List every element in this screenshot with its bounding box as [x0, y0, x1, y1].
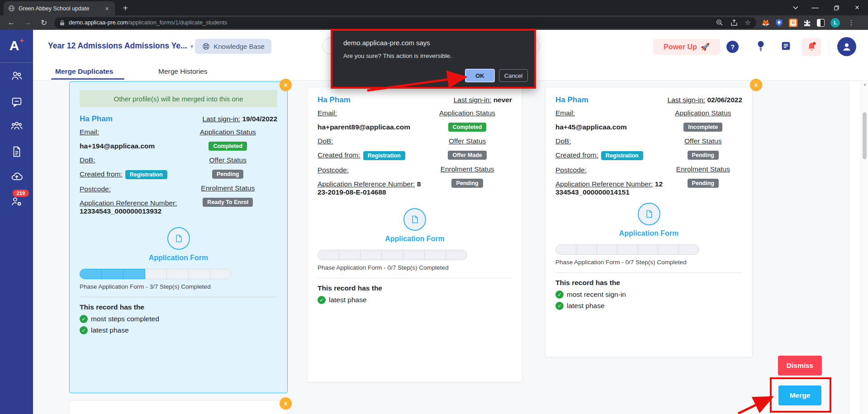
- app-logo[interactable]: A+: [0, 38, 33, 53]
- metamask-extension-icon[interactable]: 🦊: [762, 19, 769, 26]
- application-form-icon[interactable]: [403, 208, 426, 231]
- app-ref-label: Application Reference Number:: [318, 180, 415, 188]
- url-path: /application_forms/1/duplicate_students: [128, 19, 228, 26]
- duplicate-card-3: Ha Pham Last sign-in: 02/06/2022 Email: …: [545, 87, 753, 357]
- card3-close-button[interactable]: ×: [750, 79, 762, 91]
- dismiss-button[interactable]: Dismiss: [778, 356, 822, 376]
- application-form-icon[interactable]: [638, 203, 660, 225]
- window-minimize-button[interactable]: —: [806, 0, 825, 15]
- record-has-title: This record has the: [80, 303, 277, 311]
- created-from-badge: Registration: [601, 151, 643, 160]
- notifications-button[interactable]: [802, 38, 821, 56]
- email-value: ha+45@applicaa.com: [555, 123, 664, 131]
- offer-status-label: Offer Status: [422, 137, 512, 145]
- tab-merge-histories[interactable]: Merge Histories: [158, 67, 208, 76]
- app-ref-label: Application Reference Number:: [555, 180, 653, 188]
- postcode-label: Postcode:: [318, 166, 422, 174]
- darkreader-extension-icon[interactable]: [817, 19, 825, 27]
- app-status-badge: Completed: [209, 142, 247, 151]
- enrol-status-label: Enrolment Status: [422, 165, 512, 173]
- help-button[interactable]: ?: [726, 41, 739, 53]
- app-status-badge: Completed: [448, 123, 487, 132]
- phase-progress-caption: Phase Application Form - 0/7 Step(s) Com…: [318, 264, 512, 271]
- lightbulb-icon[interactable]: [755, 40, 767, 52]
- scrollbar-thumb[interactable]: [863, 112, 867, 159]
- extensions-puzzle-icon[interactable]: [803, 19, 811, 27]
- sidebar-item-students-icon[interactable]: [10, 70, 23, 82]
- dob-label: DoB:: [555, 137, 664, 145]
- tab-merge-duplicates[interactable]: Merge Duplicates: [55, 67, 113, 76]
- app-sidebar: A+ 219: [0, 30, 33, 414]
- share-icon[interactable]: [730, 19, 738, 26]
- app-status-badge: Incomplete: [683, 123, 722, 132]
- email-label: Email:: [80, 128, 179, 136]
- scroll-up-icon[interactable]: ▲: [861, 82, 868, 86]
- back-icon[interactable]: ←: [6, 18, 16, 27]
- zoom-icon[interactable]: [716, 19, 723, 26]
- active-tab-underline: [51, 78, 124, 80]
- student-name-link[interactable]: Ha Pham: [80, 114, 113, 124]
- tab-search-chevron-icon[interactable]: [786, 0, 805, 15]
- record-point: ✓most steps completed: [80, 315, 277, 323]
- created-from-badge: Registration: [125, 170, 167, 179]
- dialog-title: demo.applicaa-pre.com says: [343, 39, 430, 47]
- sidebar-item-forms-icon[interactable]: [10, 145, 23, 158]
- requestly-extension-icon[interactable]: R: [789, 19, 797, 27]
- last-signin-value: 02/06/2022: [707, 96, 742, 104]
- dob-label: DoB:: [318, 137, 422, 145]
- app-ref-label: Application Reference Number:: [80, 199, 177, 207]
- duplicate-card-primary: Other profile(s) will be merged into thi…: [69, 81, 288, 393]
- last-signin-label: Last sign-in:: [668, 96, 706, 104]
- dialog-message: Are you sure? This action is irreversibl…: [343, 52, 452, 59]
- app-status-label: Application Status: [664, 109, 742, 117]
- window-close-button[interactable]: ×: [848, 0, 867, 15]
- app-ref-value: 12334543_000000013932: [80, 207, 161, 215]
- application-form-link[interactable]: Application Form: [80, 254, 277, 262]
- window-restore-button[interactable]: [827, 0, 846, 15]
- url-bar[interactable]: demo.applicaa-pre.com/application_forms/…: [54, 17, 756, 29]
- sidebar-item-groups-icon[interactable]: [10, 119, 23, 132]
- user-avatar[interactable]: [837, 37, 856, 56]
- knowledge-base-button[interactable]: Knowledge Base: [195, 39, 271, 54]
- extension-shield-icon[interactable]: [775, 19, 783, 27]
- reload-icon[interactable]: ↻: [39, 18, 49, 28]
- phase-progress-caption: Phase Application Form - 3/7 Step(s) Com…: [80, 283, 277, 290]
- merge-target-banner: Other profile(s) will be merged into thi…: [80, 90, 277, 107]
- tab-title: Green Abbey School update: [19, 5, 100, 12]
- news-icon[interactable]: [780, 40, 792, 52]
- bookmark-star-icon[interactable]: ☆: [745, 19, 751, 27]
- browser-profile-avatar[interactable]: L: [830, 18, 840, 28]
- new-tab-button[interactable]: +: [119, 2, 131, 14]
- forward-icon[interactable]: →: [23, 18, 33, 27]
- tab-close-icon[interactable]: ×: [104, 5, 110, 12]
- card1-close-button[interactable]: ×: [280, 79, 292, 91]
- app-title-dropdown[interactable]: Year 12 Admissions Admissions Ye...▾: [48, 41, 193, 51]
- offer-status-badge: Pending: [688, 151, 719, 160]
- student-name-link[interactable]: Ha Pham: [318, 95, 351, 105]
- check-icon: ✓: [318, 296, 326, 304]
- app-status-label: Application Status: [422, 109, 512, 117]
- student-name-link[interactable]: Ha Pham: [555, 95, 588, 105]
- offer-status-badge: Pending: [212, 170, 243, 179]
- application-form-link[interactable]: Application Form: [555, 229, 742, 238]
- application-form-link[interactable]: Application Form: [318, 235, 512, 243]
- sidebar-item-admin-users-icon[interactable]: [10, 195, 23, 208]
- person-icon: [841, 41, 853, 52]
- enrol-status-label: Enrolment Status: [179, 184, 278, 192]
- confirm-dialog: demo.applicaa-pre.com says Are you sure?…: [331, 29, 536, 89]
- dialog-ok-button[interactable]: OK: [465, 69, 495, 82]
- browser-tab[interactable]: Green Abbey School update ×: [4, 1, 115, 15]
- dialog-cancel-button[interactable]: Cancel: [499, 69, 528, 82]
- application-form-icon[interactable]: [167, 227, 190, 250]
- check-icon: ✓: [80, 326, 88, 334]
- content-scrollbar[interactable]: ▲: [861, 81, 868, 414]
- merge-button[interactable]: Merge: [778, 385, 821, 405]
- card-divider: [318, 278, 512, 278]
- sidebar-item-messages-icon[interactable]: [10, 95, 23, 108]
- record-has-title: This record has the: [555, 279, 742, 287]
- browser-menu-kebab-icon[interactable]: ⋮: [848, 19, 854, 27]
- next-card-close-button[interactable]: ×: [280, 397, 292, 409]
- check-icon: ✓: [555, 290, 564, 299]
- sidebar-item-import-icon[interactable]: [10, 170, 23, 183]
- power-up-button[interactable]: Power Up 🚀: [653, 39, 720, 55]
